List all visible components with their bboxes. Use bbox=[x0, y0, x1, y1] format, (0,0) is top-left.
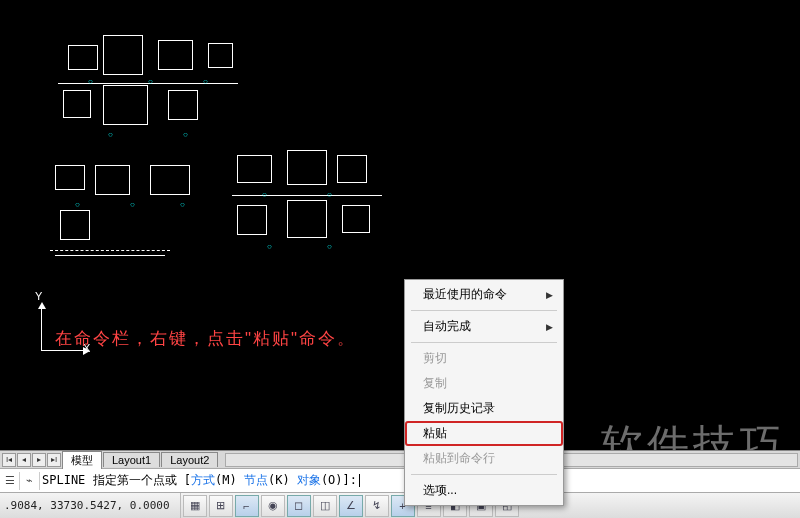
status-ducs-button[interactable]: ↯ bbox=[365, 495, 389, 517]
tab-layout2[interactable]: Layout2 bbox=[161, 452, 218, 467]
command-input-icon: ⌁ bbox=[22, 472, 40, 490]
menu-item-paste[interactable]: 粘贴 bbox=[405, 421, 563, 446]
layout-tab-strip: I◂ ◂ ▸ ▸I 模型 Layout1 Layout2 bbox=[0, 450, 800, 468]
menu-separator bbox=[411, 474, 557, 475]
status-bar: .9084, 33730.5427, 0.0000 ▦ ⊞ ⌐ ◉ ◻ ◫ ∠ … bbox=[0, 492, 800, 518]
menu-label: 粘贴 bbox=[423, 425, 447, 442]
menu-label: 剪切 bbox=[423, 350, 447, 367]
menu-item-recent-commands[interactable]: 最近使用的命令 ▶ bbox=[405, 282, 563, 307]
menu-item-cut[interactable]: 剪切 bbox=[405, 346, 563, 371]
menu-item-copy[interactable]: 复制 bbox=[405, 371, 563, 396]
menu-label: 复制历史记录 bbox=[423, 400, 495, 417]
status-grid-display-button[interactable]: ⊞ bbox=[209, 495, 233, 517]
coordinates-readout[interactable]: .9084, 33730.5427, 0.0000 bbox=[0, 493, 181, 518]
drawing-cluster: ○ ○ ○ ○ ○ bbox=[58, 35, 258, 145]
menu-label: 粘贴到命令行 bbox=[423, 450, 495, 467]
drawing-cluster: ○ ○ ○ ○ bbox=[232, 150, 402, 270]
tab-layout1[interactable]: Layout1 bbox=[103, 452, 160, 467]
menu-item-options[interactable]: 选项... bbox=[405, 478, 563, 503]
chevron-right-icon: ▶ bbox=[546, 290, 553, 300]
tab-nav-next[interactable]: ▸ bbox=[32, 453, 46, 467]
chevron-right-icon: ▶ bbox=[546, 322, 553, 332]
menu-item-auto-complete[interactable]: 自动完成 ▶ bbox=[405, 314, 563, 339]
context-menu: 最近使用的命令 ▶ 自动完成 ▶ 剪切 复制 复制历史记录 粘贴 粘贴到命令行 … bbox=[404, 279, 564, 506]
menu-item-copy-history[interactable]: 复制历史记录 bbox=[405, 396, 563, 421]
menu-separator bbox=[411, 310, 557, 311]
drawing-cluster: ○ ○ ○ bbox=[50, 160, 230, 280]
menu-label: 自动完成 bbox=[423, 318, 471, 335]
drawing-canvas[interactable]: ○ ○ ○ ○ ○ ○ ○ ○ ○ ○ ○ ○ Y X 在命 bbox=[0, 0, 800, 450]
tab-nav-prev[interactable]: ◂ bbox=[17, 453, 31, 467]
ucs-y-label: Y bbox=[35, 290, 42, 302]
tab-model[interactable]: 模型 bbox=[62, 451, 102, 469]
command-line[interactable]: ☰ ⌁ SPLINE 指定第一个点或 [方式(M) 节点(K) 对象(O)]: bbox=[0, 468, 800, 492]
status-snap-grid-button[interactable]: ▦ bbox=[183, 495, 207, 517]
status-ortho-button[interactable]: ⌐ bbox=[235, 495, 259, 517]
status-polar-button[interactable]: ◉ bbox=[261, 495, 285, 517]
tab-nav-first[interactable]: I◂ bbox=[2, 453, 16, 467]
tab-nav-last[interactable]: ▸I bbox=[47, 453, 61, 467]
menu-label: 复制 bbox=[423, 375, 447, 392]
status-osnap-button[interactable]: ◻ bbox=[287, 495, 311, 517]
instruction-annotation: 在命令栏，右键，点击"粘贴"命令。 bbox=[55, 327, 356, 350]
status-3dosnap-button[interactable]: ◫ bbox=[313, 495, 337, 517]
menu-label: 选项... bbox=[423, 482, 457, 499]
menu-item-paste-to-commandline[interactable]: 粘贴到命令行 bbox=[405, 446, 563, 471]
menu-label: 最近使用的命令 bbox=[423, 286, 507, 303]
menu-separator bbox=[411, 342, 557, 343]
command-history-icon[interactable]: ☰ bbox=[2, 472, 20, 490]
status-otrack-button[interactable]: ∠ bbox=[339, 495, 363, 517]
bottom-region: I◂ ◂ ▸ ▸I 模型 Layout1 Layout2 ☰ ⌁ SPLINE … bbox=[0, 450, 800, 518]
